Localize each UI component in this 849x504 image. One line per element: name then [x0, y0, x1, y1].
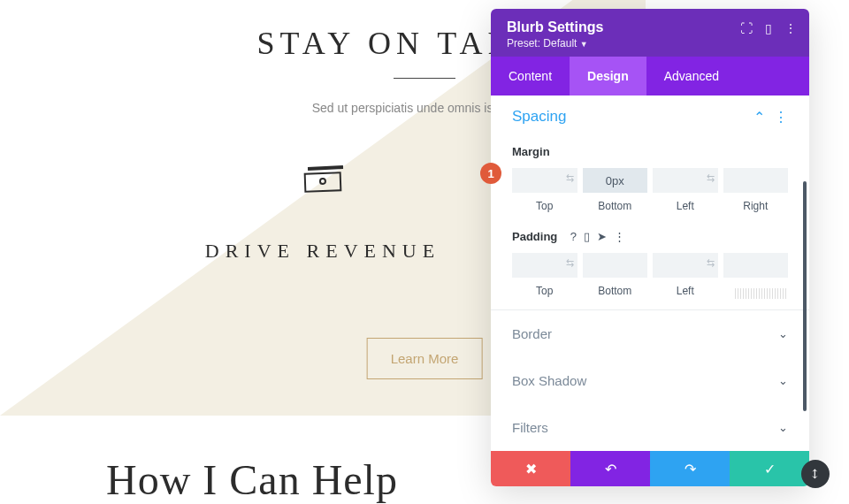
- undo-icon: ↶: [605, 461, 616, 477]
- link-icon[interactable]: ⇆: [566, 257, 574, 269]
- expand-icon[interactable]: ▯: [765, 21, 772, 35]
- kebab-menu-icon[interactable]: ⋮: [774, 109, 788, 126]
- settings-panel: Blurb Settings Preset: Default ▼ ⛶ ▯ ⋮ C…: [491, 9, 809, 486]
- link-icon[interactable]: ⇆: [707, 257, 715, 269]
- margin-label: Margin: [512, 145, 550, 158]
- kebab-menu-icon[interactable]: ⋮: [784, 21, 797, 35]
- resize-handle-icon: [735, 288, 788, 299]
- section-shadow-header[interactable]: Box Shadow ⌄: [491, 357, 809, 404]
- panel-footer: ✖ ↶ ↷ ✓: [491, 451, 809, 486]
- tab-bar: Content Design Advanced: [491, 57, 809, 95]
- margin-top-label: Top: [512, 200, 577, 212]
- padding-left-label: Left: [653, 285, 718, 297]
- money-icon: [304, 172, 342, 192]
- section-spacing-header[interactable]: Spacing ⌃ ⋮: [491, 95, 809, 131]
- chevron-down-icon: ⌄: [778, 421, 788, 434]
- kebab-menu-icon[interactable]: ⋮: [614, 230, 625, 243]
- learn-more-button[interactable]: Learn More: [367, 338, 483, 379]
- save-button[interactable]: ✓: [730, 451, 809, 486]
- annotation-marker-1: 1: [480, 163, 501, 184]
- margin-right-input[interactable]: [723, 168, 789, 193]
- padding-bottom-label: Bottom: [583, 285, 648, 297]
- phone-icon[interactable]: ▯: [584, 230, 590, 243]
- padding-right-input[interactable]: [723, 253, 789, 278]
- link-icon[interactable]: ⇆: [566, 172, 574, 184]
- section-heading: How I Can Help: [106, 455, 398, 504]
- undo-button[interactable]: ↶: [570, 451, 650, 486]
- padding-top-label: Top: [512, 285, 577, 297]
- scrollbar[interactable]: [803, 181, 807, 411]
- money-icon: [308, 165, 343, 171]
- chevron-down-icon: ⌄: [778, 327, 788, 340]
- dock-icon[interactable]: ⛶: [740, 21, 753, 35]
- redo-button[interactable]: ↷: [650, 451, 730, 486]
- close-icon: ✖: [525, 461, 537, 477]
- section-border-header[interactable]: Border ⌄: [491, 310, 809, 357]
- margin-bottom-label: Bottom: [583, 200, 648, 212]
- section-filters-header[interactable]: Filters ⌄: [491, 404, 809, 451]
- chevron-down-icon: ▼: [580, 40, 588, 49]
- margin-bottom-input[interactable]: [583, 168, 648, 193]
- chevron-up-icon: ⌃: [753, 109, 765, 126]
- link-icon[interactable]: ⇆: [707, 172, 715, 184]
- tab-design[interactable]: Design: [570, 57, 646, 95]
- margin-left-label: Left: [653, 200, 718, 212]
- padding-bottom-input[interactable]: [583, 253, 648, 278]
- panel-header[interactable]: Blurb Settings Preset: Default ▼ ⛶ ▯ ⋮: [491, 9, 809, 57]
- preset-selector[interactable]: Preset: Default ▼: [507, 37, 793, 50]
- margin-right-label: Right: [723, 200, 789, 212]
- padding-label: Padding: [512, 230, 557, 243]
- redo-icon: ↷: [685, 461, 696, 477]
- cursor-icon[interactable]: ➤: [597, 230, 607, 243]
- chevron-down-icon: ⌄: [778, 374, 788, 387]
- spacing-body: Margin ⇆ Top Bottom ⇆ Le: [491, 131, 809, 309]
- check-icon: ✓: [764, 461, 776, 477]
- title-divider: [394, 78, 455, 79]
- tab-content[interactable]: Content: [491, 57, 570, 95]
- tab-advanced[interactable]: Advanced: [646, 57, 737, 95]
- close-button[interactable]: ✖: [491, 451, 570, 486]
- help-icon[interactable]: ?: [570, 230, 577, 243]
